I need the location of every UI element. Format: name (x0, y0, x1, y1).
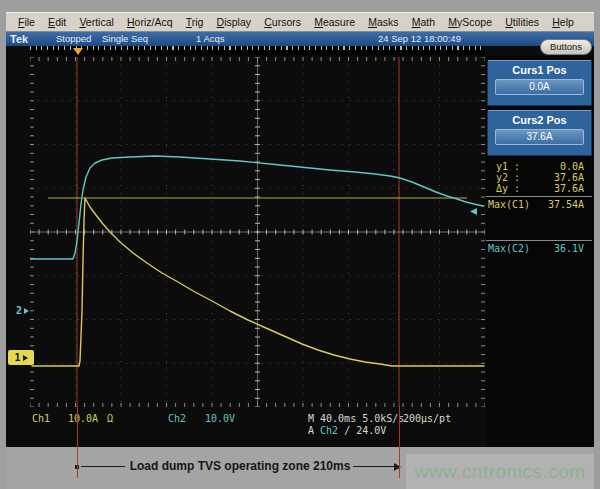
cursor1-position-control[interactable]: Curs1 Pos 0.0A (487, 60, 592, 106)
ch1-coupling-readout: Ω (107, 413, 113, 424)
menu-item-horizacq[interactable]: Horiz/Acq (127, 16, 173, 28)
menu-item-utilities[interactable]: Utilities (505, 16, 539, 28)
cursor2-title: Curs2 Pos (488, 114, 591, 126)
menu-item-trig[interactable]: Trig (186, 16, 204, 28)
timebase-readout[interactable]: M 40.0ms 5.0kS/s (308, 413, 404, 424)
ch1-marker-arrow-icon (23, 355, 28, 361)
cursor1-value-field[interactable]: 0.0A (495, 79, 584, 95)
menu-item-math[interactable]: Math (412, 16, 435, 28)
ch2-label[interactable]: Ch2 (168, 413, 186, 424)
trigger-readout[interactable]: A Ch2 / 24.0V (308, 425, 386, 436)
cursor2-position-control[interactable]: Curs2 Pos 37.6A (487, 110, 592, 156)
menu-item-edit[interactable]: Edit (48, 16, 66, 28)
trigger-level: 24.0V (356, 425, 386, 436)
cursor-delta-readout: Δy : 37.6A (486, 183, 592, 194)
ch2-reference-marker[interactable]: 2 (16, 305, 29, 316)
zone-label: Load dump TVS operating zone 210ms (128, 459, 352, 473)
resolution-readout: 200µs/pt (403, 413, 451, 424)
ch2-marker-label: 2 (16, 305, 22, 316)
ch2-scale-readout[interactable]: 10.0V (205, 413, 235, 424)
ch2-marker-arrow-icon (24, 308, 29, 314)
oscilloscope-window: FileEditVerticalHoriz/AcqTrigDisplayCurs… (0, 0, 600, 489)
ch1-reference-marker[interactable]: 1 (8, 350, 34, 365)
panel-divider (486, 240, 592, 241)
trigger-position-icon[interactable] (73, 48, 83, 55)
menu-bar: FileEditVerticalHoriz/AcqTrigDisplayCurs… (6, 12, 594, 32)
trace-end-arrow-icon (470, 208, 477, 215)
panel-divider (486, 196, 592, 197)
menu-item-myscope[interactable]: MyScope (448, 16, 492, 28)
status-bar: Tek Stopped Single Seq 1 Acqs 24 Sep 12 … (6, 32, 594, 46)
tek-logo: Tek (10, 32, 28, 46)
cursor2-value-field[interactable]: 37.6A (495, 129, 584, 145)
watermark: www.cntronics.com (406, 454, 594, 489)
acquisition-count: 1 Acqs (196, 32, 225, 46)
acquisition-preview-bar[interactable] (30, 46, 485, 56)
ch1-scale-readout[interactable]: 10.0A (68, 413, 98, 424)
trigger-prefix: A (308, 425, 314, 436)
menu-item-masks[interactable]: Masks (368, 16, 398, 28)
menu-item-file[interactable]: File (18, 16, 35, 28)
menu-item-measure[interactable]: Measure (314, 16, 355, 28)
menu-item-help[interactable]: Help (552, 16, 574, 28)
menu-item-display[interactable]: Display (217, 16, 251, 28)
zone-line-right (353, 466, 395, 467)
acquisition-mode: Single Seq (102, 32, 148, 46)
menu-item-cursors[interactable]: Cursors (264, 16, 301, 28)
cursor1-title: Curs1 Pos (488, 64, 591, 76)
menu-item-vertical[interactable]: Vertical (79, 16, 113, 28)
zone-start-line (77, 406, 78, 478)
buttons-button[interactable]: Buttons (540, 39, 592, 55)
annotation-strip: Load dump TVS operating zone 210ms www.c… (6, 447, 594, 489)
ch1-marker-label: 1 (14, 352, 20, 363)
zone-end-line (399, 406, 400, 478)
scope-screen: Tek Stopped Single Seq 1 Acqs 24 Sep 12 … (6, 32, 594, 447)
cursor-y1-readout: y1 : 0.0A (486, 161, 592, 172)
waveform-graticule (30, 57, 485, 407)
ch1-label[interactable]: Ch1 (32, 413, 50, 424)
cursor-y2-readout: y2 : 37.6A (486, 172, 592, 183)
side-control-panel: Curs1 Pos 0.0A Curs2 Pos 37.6A y1 : 0.0A… (486, 56, 594, 447)
max-c1-measurement: Max(C1) 37.54A (486, 199, 592, 210)
acquisition-state: Stopped (56, 32, 91, 46)
trigger-slope-icon: / (344, 425, 350, 436)
trigger-source: Ch2 (320, 425, 338, 436)
max-c2-measurement: Max(C2) 36.1V (486, 243, 592, 254)
datetime: 24 Sep 12 18:00:49 (378, 32, 461, 46)
zone-line-left (81, 466, 125, 467)
